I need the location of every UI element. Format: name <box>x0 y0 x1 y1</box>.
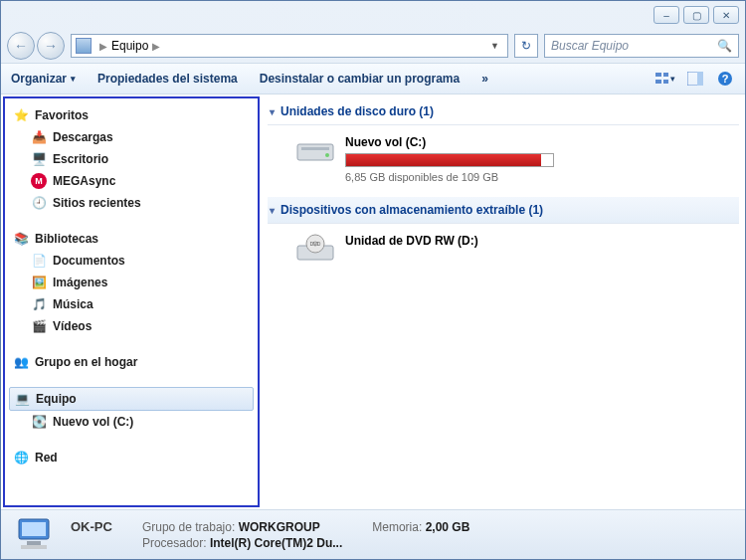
pictures-icon: 🖼️ <box>31 275 47 290</box>
drive-name: Nuevo vol (C:) <box>345 135 554 149</box>
explorer-window: – ▢ ✕ ← → ▶ Equipo ▶ ▼ ↻ Buscar Equipo 🔍… <box>0 0 746 560</box>
svg-rect-8 <box>297 144 333 160</box>
pc-name: OK-PC <box>71 519 112 534</box>
help-button[interactable]: ? <box>715 69 735 89</box>
svg-rect-1 <box>663 73 668 77</box>
sidebar-item-recent[interactable]: 🕘Sitios recientes <box>9 192 254 214</box>
organize-menu[interactable]: Organizar▾ <box>11 72 76 86</box>
svg-rect-3 <box>663 80 668 84</box>
sidebar-favorites[interactable]: ⭐ Favoritos <box>9 104 254 126</box>
computer-large-icon <box>13 515 57 555</box>
pane-icon <box>687 72 703 86</box>
drive-item-c[interactable]: Nuevo vol (C:) 6,85 GB disponibles de 10… <box>268 125 739 197</box>
sidebar-item-megasync[interactable]: MMEGAsync <box>9 170 254 192</box>
homegroup-icon: 👥 <box>13 354 29 370</box>
desktop-icon: 🖥️ <box>31 151 47 167</box>
toolbar: Organizar▾ Propiedades del sistema Desin… <box>1 63 745 94</box>
help-icon: ? <box>717 71 733 87</box>
chevron-right-icon: ▶ <box>148 41 164 52</box>
breadcrumb-item[interactable]: Equipo <box>111 39 148 53</box>
sidebar-item-downloads[interactable]: 📥Descargas <box>9 126 254 148</box>
svg-rect-17 <box>27 541 41 545</box>
minimize-icon: – <box>663 10 669 21</box>
view-options-button[interactable]: ▾ <box>655 69 675 89</box>
drive-name: Unidad de DVD RW (D:) <box>345 234 478 248</box>
search-input[interactable]: Buscar Equipo 🔍 <box>544 34 739 58</box>
drive-item-dvd[interactable]: DVD Unidad de DVD RW (D:) <box>268 224 739 278</box>
caret-down-icon: ▾ <box>270 106 275 117</box>
documents-icon: 📄 <box>31 253 47 269</box>
titlebar: – ▢ ✕ <box>1 1 745 29</box>
close-button[interactable]: ✕ <box>713 6 739 24</box>
forward-button[interactable]: → <box>37 32 65 60</box>
maximize-icon: ▢ <box>692 10 701 21</box>
address-dropdown-icon[interactable]: ▼ <box>486 41 503 51</box>
sidebar-homegroup[interactable]: 👥 Grupo en el hogar <box>9 351 254 373</box>
sidebar-network[interactable]: 🌐 Red <box>9 447 254 468</box>
sidebar-item-videos[interactable]: 🎬Vídeos <box>9 315 254 337</box>
network-icon: 🌐 <box>13 450 29 466</box>
svg-rect-9 <box>301 147 329 150</box>
sidebar-computer[interactable]: 💻 Equipo <box>9 387 254 411</box>
search-placeholder: Buscar Equipo <box>551 39 629 53</box>
mega-icon: M <box>31 173 47 189</box>
section-removable[interactable]: ▾ Dispositivos con almacenamiento extraí… <box>268 197 739 224</box>
download-icon: 📥 <box>31 129 47 145</box>
refresh-button[interactable]: ↻ <box>514 34 538 58</box>
navigation-pane: ⭐ Favoritos 📥Descargas 🖥️Escritorio MMEG… <box>3 96 260 507</box>
sidebar-item-desktop[interactable]: 🖥️Escritorio <box>9 148 254 170</box>
section-hard-drives[interactable]: ▾ Unidades de disco duro (1) <box>268 98 739 125</box>
libraries-icon: 📚 <box>13 231 29 247</box>
uninstall-program-button[interactable]: Desinstalar o cambiar un programa <box>260 72 460 86</box>
svg-rect-18 <box>21 545 47 549</box>
sidebar-item-drive-c[interactable]: 💽Nuevo vol (C:) <box>9 411 254 433</box>
sidebar-item-music[interactable]: 🎵Música <box>9 293 254 315</box>
minimize-button[interactable]: – <box>653 6 679 24</box>
drive-info: Unidad de DVD RW (D:) <box>345 234 478 252</box>
svg-rect-0 <box>655 73 661 77</box>
svg-rect-5 <box>697 72 703 86</box>
nav-buttons: ← → <box>7 32 65 60</box>
svg-text:DVD: DVD <box>310 241 321 247</box>
drive-info: Nuevo vol (C:) 6,85 GB disponibles de 10… <box>345 135 554 183</box>
hard-drive-icon <box>295 135 335 165</box>
star-icon: ⭐ <box>13 107 29 123</box>
music-icon: 🎵 <box>31 296 47 312</box>
system-properties-button[interactable]: Propiedades del sistema <box>97 72 238 86</box>
dvd-drive-icon: DVD <box>295 234 335 264</box>
caret-down-icon: ▾ <box>270 205 275 216</box>
svg-text:?: ? <box>722 73 729 85</box>
maximize-button[interactable]: ▢ <box>683 6 709 24</box>
details-pane: OK-PC Grupo de trabajo: WORKGROUP Memori… <box>1 509 745 559</box>
search-icon: 🔍 <box>717 39 732 53</box>
back-button[interactable]: ← <box>7 32 35 60</box>
svg-point-10 <box>325 153 329 157</box>
svg-rect-16 <box>22 522 46 536</box>
svg-rect-2 <box>655 80 661 84</box>
close-icon: ✕ <box>722 10 730 21</box>
drive-capacity-text: 6,85 GB disponibles de 109 GB <box>345 171 554 183</box>
computer-icon: 💻 <box>14 391 30 407</box>
preview-pane-button[interactable] <box>685 69 705 89</box>
videos-icon: 🎬 <box>31 318 47 334</box>
toolbar-overflow[interactable]: » <box>481 72 488 86</box>
recent-icon: 🕘 <box>31 195 47 211</box>
chevron-right-icon: ▶ <box>95 41 111 52</box>
computer-icon <box>76 38 92 54</box>
sidebar-item-pictures[interactable]: 🖼️Imágenes <box>9 272 254 293</box>
address-bar[interactable]: ▶ Equipo ▶ ▼ <box>71 34 508 58</box>
navbar: ← → ▶ Equipo ▶ ▼ ↻ Buscar Equipo 🔍 <box>1 29 745 63</box>
sidebar-libraries[interactable]: 📚 Bibliotecas <box>9 228 254 250</box>
content-pane: ▾ Unidades de disco duro (1) Nuevo vol (… <box>262 94 745 509</box>
sidebar-item-documents[interactable]: 📄Documentos <box>9 250 254 272</box>
body: ⭐ Favoritos 📥Descargas 🖥️Escritorio MMEG… <box>1 94 745 509</box>
drive-icon: 💽 <box>31 414 47 430</box>
capacity-bar <box>345 153 554 167</box>
view-icon <box>655 72 668 86</box>
